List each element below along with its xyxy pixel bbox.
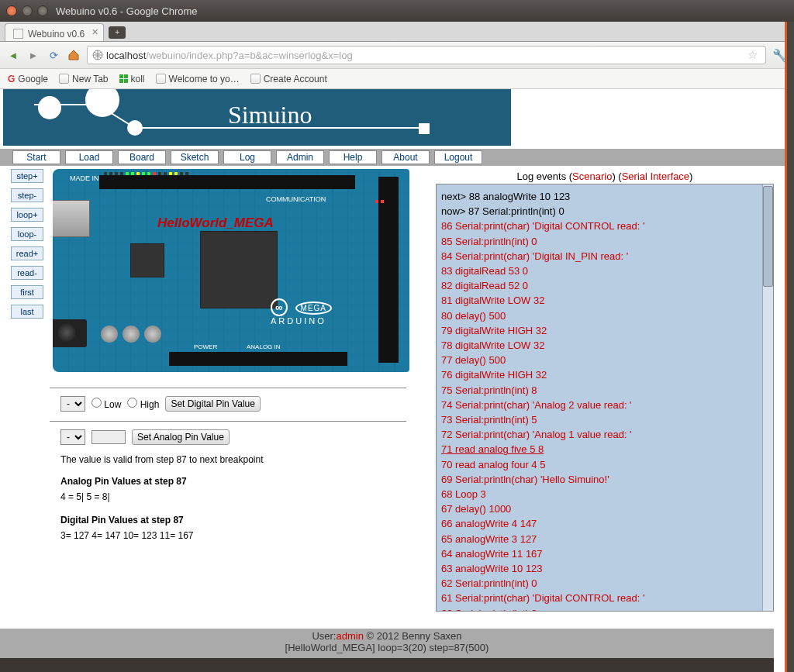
scenario-link[interactable]: Scenario [572, 171, 612, 182]
analogin-label: ANALOG IN [247, 343, 281, 350]
digital-pin-select[interactable]: - [60, 396, 85, 412]
nav-log[interactable]: Log [223, 150, 271, 164]
step-minus-button[interactable]: step- [11, 188, 43, 202]
serial-interface-link[interactable]: Serial Interface [622, 171, 689, 182]
home-button[interactable] [67, 48, 81, 62]
log-line: 75 Serial:println(int) 8 [441, 383, 767, 398]
log-line: now> 87 Serial:println(int) 0 [441, 204, 767, 219]
log-line: 73 Serial:println(int) 5 [441, 412, 767, 427]
forward-button[interactable]: ► [26, 48, 40, 62]
log-line: 81 digitalWrite LOW 32 [441, 293, 767, 308]
nav-sketch[interactable]: Sketch [171, 150, 219, 164]
log-line: 71 read analog five 5 8 [441, 442, 767, 457]
log-title-text: Log events ( [517, 171, 573, 182]
nav-help[interactable]: Help [329, 150, 377, 164]
high-radio[interactable] [127, 398, 137, 408]
new-tab-button[interactable]: + [109, 26, 126, 39]
step-plus-button[interactable]: step+ [11, 169, 43, 183]
nav-start[interactable]: Start [12, 150, 60, 164]
read-plus-button[interactable]: read+ [11, 246, 43, 260]
arduino-board: MADE IN ITALY COMMUNICATION HelloWorld_M… [53, 169, 409, 372]
log-line: 85 Serial:println(int) 0 [441, 234, 767, 249]
loop-plus-button[interactable]: loop+ [11, 208, 43, 222]
log-line: 76 digitalWrite HIGH 32 [441, 367, 767, 382]
digital-values-heading: Digital Pin Values at step 87 [60, 515, 430, 526]
low-radio-label[interactable]: Low [91, 398, 121, 410]
home-icon [67, 49, 80, 61]
window-titlebar: Webuino v0.6 - Google Chrome [0, 0, 794, 22]
window-minimize-button[interactable] [22, 5, 33, 16]
page-viewport: Simuino Start Load Board Sketch Log Admi… [0, 89, 785, 672]
bottom-bar [0, 658, 774, 672]
back-button[interactable]: ◄ [6, 48, 20, 62]
low-radio[interactable] [91, 398, 102, 408]
read-minus-button[interactable]: read- [11, 266, 43, 280]
bookmark-create-account[interactable]: Create Account [250, 74, 327, 84]
bookmark-star-icon[interactable]: ☆ [744, 48, 761, 62]
tab-title: Webuino v0.6 [28, 29, 85, 40]
copyright: © 2012 Benny Saxen [364, 630, 462, 642]
first-button[interactable]: first [11, 285, 43, 299]
last-button[interactable]: last [11, 305, 43, 319]
bookmark-newtab[interactable]: New Tab [59, 74, 108, 84]
bottom-header [169, 352, 347, 366]
mcu-chip [200, 231, 278, 308]
nav-about[interactable]: About [381, 150, 430, 164]
analog-values: 4 = 5| 5 = 8| [60, 491, 430, 502]
browser-toolbar: ◄ ► ⟳ localhost/webuino/index.php?a=b&ac… [0, 42, 794, 69]
reload-button[interactable]: ⟳ [47, 48, 60, 62]
window-title: Webuino v0.6 - Google Chrome [56, 5, 198, 17]
high-radio-label[interactable]: High [127, 398, 159, 410]
address-bar[interactable]: localhost/webuino/index.php?a=b&ac=winse… [87, 46, 766, 64]
log-line: 79 digitalWrite HIGH 32 [441, 323, 767, 338]
log-line: 78 digitalWrite LOW 32 [441, 338, 767, 353]
log-scrollbar[interactable] [762, 184, 773, 611]
nav-board[interactable]: Board [118, 150, 166, 164]
analog-pin-select[interactable]: - [60, 429, 85, 445]
nav-admin[interactable]: Admin [276, 150, 324, 164]
log-line: 77 delay() 500 [441, 353, 767, 367]
log-panel: next> 88 analogWrite 10 123now> 87 Seria… [436, 184, 774, 612]
log-line: 72 Serial:print(char) 'Analog 1 value re… [441, 427, 767, 442]
comm-label: COMMUNICATION [266, 195, 326, 203]
bookmark-google[interactable]: GGoogle [8, 74, 48, 84]
nav-load[interactable]: Load [65, 150, 113, 164]
top-header [99, 175, 355, 189]
right-edge [785, 22, 794, 672]
url-host: localhost [106, 50, 146, 61]
set-analog-button[interactable]: Set Analog Pin Value [132, 429, 230, 445]
window-close-button[interactable] [6, 5, 17, 16]
bookmark-label: Create Account [264, 74, 327, 84]
analog-value-input[interactable] [91, 430, 126, 444]
tab-close-icon[interactable]: ✕ [91, 27, 98, 37]
nav-logout[interactable]: Logout [434, 150, 482, 164]
page-icon [13, 29, 23, 39]
log-line: 82 digitalRead 52 0 [441, 278, 767, 293]
step-controls: step+ step- loop+ loop- read+ read- firs… [11, 169, 43, 612]
divider [50, 421, 406, 422]
log-line: 84 Serial:print(char) 'Digital IN_PIN re… [441, 249, 767, 264]
usb-port [53, 200, 90, 237]
user-name: admin [336, 630, 363, 642]
window-maximize-button[interactable] [37, 5, 48, 16]
bookmark-label: Welcome to yo… [169, 74, 240, 84]
log-line: 64 analogWrite 11 167 [441, 546, 767, 561]
loop-minus-button[interactable]: loop- [11, 227, 43, 241]
power-jack [53, 319, 87, 347]
set-digital-button[interactable]: Set Digital Pin Value [165, 396, 261, 412]
power-label: POWER [194, 343, 217, 350]
log-line: 86 Serial:print(char) 'Digital CONTROL r… [441, 219, 767, 233]
globe-icon [92, 50, 103, 60]
bookmark-label: Google [18, 74, 48, 84]
bookmark-welcome[interactable]: Welcome to yo… [156, 74, 240, 84]
analog-values-heading: Analog Pin Values at step 87 [60, 476, 430, 487]
bookmark-koll[interactable]: koll [119, 74, 145, 84]
high-label: High [140, 399, 160, 410]
log-lines: next> 88 analogWrite 10 123now> 87 Seria… [437, 184, 773, 612]
log-line: 80 delay() 500 [441, 308, 767, 323]
arduino-logo: ∞ MEGA ARDUINO [271, 302, 332, 326]
browser-tab[interactable]: Webuino v0.6 ✕ [5, 23, 104, 41]
scrollbar-thumb[interactable] [763, 186, 773, 287]
digital-values: 3= 127 4= 147 10= 123 11= 167 [60, 530, 430, 541]
log-line: 68 Loop 3 [441, 487, 767, 501]
